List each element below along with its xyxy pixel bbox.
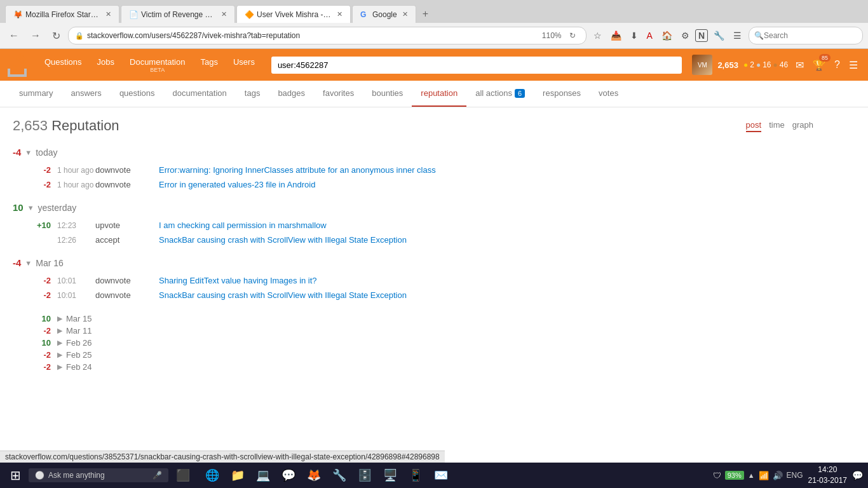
so-search-area[interactable]: [271, 57, 682, 74]
bronze-badge-icon: ●: [773, 60, 777, 69]
home-icon[interactable]: 🏠: [658, 29, 675, 42]
extension-icon[interactable]: 🔧: [710, 29, 728, 42]
tab-2-icon: 📄: [129, 10, 138, 19]
collapsed-toggle[interactable]: ▶: [57, 315, 62, 323]
rep-link[interactable]: I am checking call permission in marshma…: [159, 220, 327, 230]
collapsed-label: Feb 26: [66, 338, 92, 348]
nav-tags[interactable]: Tags: [194, 53, 224, 77]
help-icon[interactable]: ?: [832, 57, 843, 73]
rep-row: -2 10:01 downvote Sharing EditText value…: [13, 273, 813, 288]
tab-3-close[interactable]: ✕: [337, 10, 342, 18]
collapsed-toggle[interactable]: ▶: [57, 327, 62, 335]
hamburger-menu-icon[interactable]: ☰: [846, 57, 860, 74]
tab-1[interactable]: 🦊 Mozilla Firefox Start Page ✕: [5, 5, 119, 23]
tab-1-icon: 🦊: [13, 10, 22, 19]
download-icon[interactable]: ⬇: [627, 29, 641, 42]
zoom-badge[interactable]: 110%: [538, 30, 566, 41]
acrobat-icon[interactable]: A: [644, 29, 656, 42]
nav-responses[interactable]: responses: [534, 81, 590, 107]
tab-1-label: Mozilla Firefox Start Page: [25, 10, 100, 19]
browser-search-bar[interactable]: 🔍: [749, 27, 863, 44]
browser-search-input[interactable]: [764, 31, 857, 40]
rep-link[interactable]: Error in generated values-23 file in And…: [159, 180, 315, 189]
tab-4-close[interactable]: ✕: [402, 10, 408, 18]
inbox-icon[interactable]: ✉: [793, 57, 806, 74]
nav-votes[interactable]: votes: [590, 81, 627, 107]
collapsed-group-feb25: -2 ▶ Feb 25: [13, 349, 813, 361]
url-bar[interactable]: 🔒 stackoverflow.com/users/4562287/vivek-…: [68, 27, 587, 44]
pocket-icon[interactable]: 📥: [607, 29, 625, 42]
view-graph[interactable]: graph: [792, 120, 813, 132]
tab-4[interactable]: G Google ✕: [352, 5, 416, 23]
nav-bounties[interactable]: bounties: [363, 81, 412, 107]
tab-2-close[interactable]: ✕: [221, 10, 227, 18]
nav-favorites[interactable]: favorites: [314, 81, 363, 107]
bookmark-star-icon[interactable]: ☆: [590, 29, 605, 42]
nav-answers[interactable]: answers: [62, 81, 110, 107]
day-toggle-mar16[interactable]: ▼: [25, 259, 32, 267]
rep-link[interactable]: SnackBar causing crash with ScrollView w…: [159, 235, 407, 245]
gold-badge-icon: ●: [743, 60, 748, 69]
tab-1-close[interactable]: ✕: [105, 10, 111, 18]
n-icon[interactable]: N: [695, 29, 708, 42]
day-score-mar16: -4: [13, 257, 21, 268]
forward-button[interactable]: →: [27, 29, 44, 43]
silver-badge-count: 16: [763, 60, 771, 69]
rep-time: 10:01: [57, 291, 95, 300]
collapsed-label: Feb 25: [66, 350, 92, 360]
rep-action: downvote: [95, 290, 159, 300]
collapsed-toggle[interactable]: ▶: [57, 339, 62, 347]
new-tab-button[interactable]: +: [417, 8, 433, 20]
rep-link[interactable]: Error:warning: Ignoring InnerClasses att…: [159, 165, 436, 175]
so-search-input[interactable]: [271, 57, 682, 74]
all-actions-badge: 6: [515, 89, 525, 98]
nav-documentation[interactable]: documentation: [164, 81, 236, 107]
nav-reputation[interactable]: reputation: [412, 81, 466, 107]
user-avatar[interactable]: VM: [692, 55, 712, 75]
settings-icon[interactable]: ⚙: [678, 29, 693, 42]
browser-toolbar-icons: ☆ 📥 ⬇ A 🏠 ⚙ N 🔧 ☰: [590, 29, 745, 42]
day-toggle-today[interactable]: ▼: [25, 149, 32, 156]
collapsed-toggle[interactable]: ▶: [57, 363, 62, 371]
tab-3[interactable]: 🔶 User Vivek Mishra - Stack ... ✕: [236, 5, 351, 23]
reload-button[interactable]: ↻: [48, 29, 64, 43]
collapsed-toggle[interactable]: ▶: [57, 351, 62, 359]
notification-count: 85: [819, 54, 831, 62]
tab-4-label: Google: [372, 10, 397, 19]
rep-time: 10:01: [57, 276, 95, 285]
nav-questions[interactable]: questions: [111, 81, 164, 107]
day-group-today: -4 ▼ today -2 1 hour ago downvote Error:…: [13, 147, 813, 192]
view-post[interactable]: post: [746, 120, 762, 132]
nav-all-actions[interactable]: all actions 6: [466, 81, 534, 107]
so-logo[interactable]: [8, 53, 28, 77]
rep-time: 12:26: [57, 236, 95, 245]
back-button[interactable]: ←: [5, 29, 23, 43]
achievements-icon[interactable]: 🏆 85: [810, 57, 828, 74]
rep-change: -2: [25, 180, 57, 189]
view-time[interactable]: time: [769, 120, 785, 132]
lock-icon: 🔒: [75, 32, 84, 40]
collapsed-score: -2: [25, 326, 57, 336]
nav-users[interactable]: Users: [227, 53, 261, 77]
nav-summary[interactable]: summary: [10, 81, 62, 107]
nav-documentation[interactable]: Documentation BETA: [123, 53, 191, 77]
reload-url-button[interactable]: ↻: [566, 30, 580, 41]
rep-link[interactable]: Sharing EditText value having Images in …: [159, 276, 317, 285]
url-text: stackoverflow.com/users/4562287/vivek-mi…: [87, 31, 538, 40]
menu-icon[interactable]: ☰: [730, 29, 745, 42]
nav-badges[interactable]: badges: [269, 81, 314, 107]
day-toggle-yesterday[interactable]: ▼: [27, 204, 34, 212]
rep-count: 2,653: [13, 118, 48, 133]
rep-link[interactable]: SnackBar causing crash with ScrollView w…: [159, 290, 407, 300]
rep-time: 1 hour ago: [57, 180, 95, 189]
profile-nav: summary answers questions documentation …: [0, 81, 868, 107]
nav-jobs[interactable]: Jobs: [91, 53, 121, 77]
nav-questions[interactable]: Questions: [38, 53, 88, 77]
collapsed-score: 10: [25, 314, 57, 323]
beta-label: BETA: [150, 67, 165, 73]
tab-2[interactable]: 📄 Victim of Revenge Voting ... ✕: [121, 5, 235, 23]
collapsed-score: 10: [25, 338, 57, 348]
nav-tags[interactable]: tags: [236, 81, 269, 107]
rep-title: 2,653 Reputation: [13, 118, 119, 134]
day-score-yesterday: 10: [13, 202, 24, 213]
